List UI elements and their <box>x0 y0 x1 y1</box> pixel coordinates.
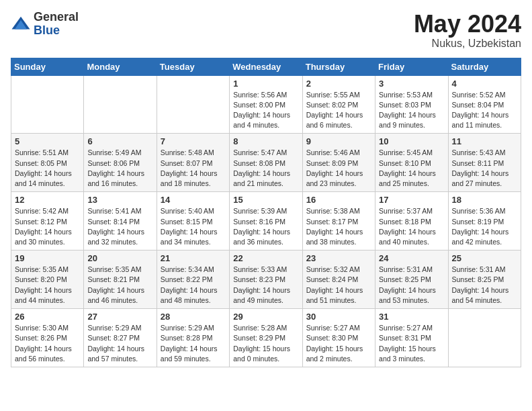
day-number: 2 <box>306 79 371 89</box>
calendar-cell: 29Sunrise: 5:28 AM Sunset: 8:29 PM Dayli… <box>230 309 302 367</box>
calendar-table: SundayMondayTuesdayWednesdayThursdayFrid… <box>11 58 521 367</box>
day-info: Sunrise: 5:33 AM Sunset: 8:23 PM Dayligh… <box>233 265 298 306</box>
day-number: 29 <box>233 312 298 322</box>
calendar-cell: 24Sunrise: 5:31 AM Sunset: 8:25 PM Dayli… <box>375 250 448 309</box>
day-number: 15 <box>233 195 298 205</box>
weekday-header-monday: Monday <box>84 58 157 75</box>
calendar-week-row: 12Sunrise: 5:42 AM Sunset: 8:12 PM Dayli… <box>11 192 521 250</box>
day-info: Sunrise: 5:47 AM Sunset: 8:08 PM Dayligh… <box>233 148 298 189</box>
calendar-cell <box>448 309 521 367</box>
calendar-week-row: 19Sunrise: 5:35 AM Sunset: 8:20 PM Dayli… <box>11 250 521 309</box>
logo-general-text: General <box>34 11 79 24</box>
day-info: Sunrise: 5:27 AM Sunset: 8:31 PM Dayligh… <box>379 323 444 364</box>
day-info: Sunrise: 5:56 AM Sunset: 8:00 PM Dayligh… <box>233 90 298 131</box>
calendar-cell: 3Sunrise: 5:53 AM Sunset: 8:03 PM Daylig… <box>375 75 448 134</box>
day-number: 16 <box>306 195 371 205</box>
day-info: Sunrise: 5:29 AM Sunset: 8:27 PM Dayligh… <box>87 323 152 364</box>
day-number: 7 <box>161 136 226 146</box>
day-number: 26 <box>15 312 80 322</box>
day-number: 9 <box>306 136 371 146</box>
location-subtitle: Nukus, Uzbekistan <box>414 38 521 50</box>
calendar-cell: 28Sunrise: 5:29 AM Sunset: 8:28 PM Dayli… <box>157 309 229 367</box>
day-number: 31 <box>379 312 444 322</box>
weekday-header-wednesday: Wednesday <box>230 58 302 75</box>
day-number: 24 <box>379 253 444 263</box>
logo-icon <box>11 14 31 34</box>
day-info: Sunrise: 5:32 AM Sunset: 8:24 PM Dayligh… <box>306 265 371 306</box>
calendar-cell: 16Sunrise: 5:38 AM Sunset: 8:17 PM Dayli… <box>302 192 375 250</box>
day-number: 5 <box>15 136 80 146</box>
calendar-cell: 21Sunrise: 5:34 AM Sunset: 8:22 PM Dayli… <box>157 250 229 309</box>
day-number: 10 <box>379 136 444 146</box>
day-number: 1 <box>233 79 298 89</box>
day-number: 20 <box>87 253 152 263</box>
month-year-title: May 2024 <box>414 11 521 38</box>
calendar-cell: 25Sunrise: 5:31 AM Sunset: 8:25 PM Dayli… <box>448 250 521 309</box>
day-number: 27 <box>87 312 152 322</box>
calendar-cell: 23Sunrise: 5:32 AM Sunset: 8:24 PM Dayli… <box>302 250 375 309</box>
calendar-cell: 18Sunrise: 5:36 AM Sunset: 8:19 PM Dayli… <box>448 192 521 250</box>
calendar-cell: 12Sunrise: 5:42 AM Sunset: 8:12 PM Dayli… <box>11 192 84 250</box>
calendar-cell: 1Sunrise: 5:56 AM Sunset: 8:00 PM Daylig… <box>230 75 302 134</box>
calendar-cell: 14Sunrise: 5:40 AM Sunset: 8:15 PM Dayli… <box>157 192 229 250</box>
day-number: 17 <box>379 195 444 205</box>
calendar-cell: 19Sunrise: 5:35 AM Sunset: 8:20 PM Dayli… <box>11 250 84 309</box>
day-number: 13 <box>87 195 152 205</box>
day-info: Sunrise: 5:41 AM Sunset: 8:14 PM Dayligh… <box>87 206 152 247</box>
calendar-cell <box>84 75 157 134</box>
day-number: 23 <box>306 253 371 263</box>
calendar-cell: 2Sunrise: 5:55 AM Sunset: 8:02 PM Daylig… <box>302 75 375 134</box>
calendar-cell: 5Sunrise: 5:51 AM Sunset: 8:05 PM Daylig… <box>11 134 84 192</box>
day-number: 25 <box>452 253 517 263</box>
day-info: Sunrise: 5:30 AM Sunset: 8:26 PM Dayligh… <box>15 323 80 364</box>
calendar-cell: 6Sunrise: 5:49 AM Sunset: 8:06 PM Daylig… <box>84 134 157 192</box>
logo-blue-text: Blue <box>34 24 79 38</box>
calendar-cell <box>157 75 229 134</box>
logo-text: General Blue <box>34 11 79 38</box>
calendar-week-row: 26Sunrise: 5:30 AM Sunset: 8:26 PM Dayli… <box>11 309 521 367</box>
day-number: 19 <box>15 253 80 263</box>
day-info: Sunrise: 5:48 AM Sunset: 8:07 PM Dayligh… <box>161 148 226 189</box>
day-info: Sunrise: 5:34 AM Sunset: 8:22 PM Dayligh… <box>161 265 226 306</box>
weekday-header-saturday: Saturday <box>448 58 521 75</box>
day-info: Sunrise: 5:55 AM Sunset: 8:02 PM Dayligh… <box>306 90 371 131</box>
day-number: 14 <box>161 195 226 205</box>
day-number: 18 <box>452 195 517 205</box>
day-info: Sunrise: 5:36 AM Sunset: 8:19 PM Dayligh… <box>452 206 517 247</box>
day-number: 8 <box>233 136 298 146</box>
day-info: Sunrise: 5:40 AM Sunset: 8:15 PM Dayligh… <box>161 206 226 247</box>
weekday-header-friday: Friday <box>375 58 448 75</box>
day-info: Sunrise: 5:45 AM Sunset: 8:10 PM Dayligh… <box>379 148 444 189</box>
calendar-cell: 27Sunrise: 5:29 AM Sunset: 8:27 PM Dayli… <box>84 309 157 367</box>
weekday-header-row: SundayMondayTuesdayWednesdayThursdayFrid… <box>11 58 521 75</box>
day-info: Sunrise: 5:38 AM Sunset: 8:17 PM Dayligh… <box>306 206 371 247</box>
calendar-cell: 7Sunrise: 5:48 AM Sunset: 8:07 PM Daylig… <box>157 134 229 192</box>
day-info: Sunrise: 5:39 AM Sunset: 8:16 PM Dayligh… <box>233 206 298 247</box>
day-info: Sunrise: 5:28 AM Sunset: 8:29 PM Dayligh… <box>233 323 298 364</box>
day-number: 6 <box>87 136 152 146</box>
calendar-cell: 4Sunrise: 5:52 AM Sunset: 8:04 PM Daylig… <box>448 75 521 134</box>
day-number: 3 <box>379 79 444 89</box>
day-info: Sunrise: 5:42 AM Sunset: 8:12 PM Dayligh… <box>15 206 80 247</box>
day-number: 12 <box>15 195 80 205</box>
title-block: May 2024 Nukus, Uzbekistan <box>414 11 521 50</box>
calendar-cell <box>11 75 84 134</box>
calendar-cell: 17Sunrise: 5:37 AM Sunset: 8:18 PM Dayli… <box>375 192 448 250</box>
day-info: Sunrise: 5:27 AM Sunset: 8:30 PM Dayligh… <box>306 323 371 364</box>
calendar-week-row: 1Sunrise: 5:56 AM Sunset: 8:00 PM Daylig… <box>11 75 521 134</box>
day-info: Sunrise: 5:53 AM Sunset: 8:03 PM Dayligh… <box>379 90 444 131</box>
day-info: Sunrise: 5:35 AM Sunset: 8:21 PM Dayligh… <box>87 265 152 306</box>
weekday-header-sunday: Sunday <box>11 58 84 75</box>
logo: General Blue <box>11 11 79 38</box>
calendar-cell: 31Sunrise: 5:27 AM Sunset: 8:31 PM Dayli… <box>375 309 448 367</box>
day-info: Sunrise: 5:29 AM Sunset: 8:28 PM Dayligh… <box>161 323 226 364</box>
calendar-week-row: 5Sunrise: 5:51 AM Sunset: 8:05 PM Daylig… <box>11 134 521 192</box>
day-info: Sunrise: 5:31 AM Sunset: 8:25 PM Dayligh… <box>452 265 517 306</box>
day-info: Sunrise: 5:46 AM Sunset: 8:09 PM Dayligh… <box>306 148 371 189</box>
day-info: Sunrise: 5:43 AM Sunset: 8:11 PM Dayligh… <box>452 148 517 189</box>
weekday-header-thursday: Thursday <box>302 58 375 75</box>
calendar-cell: 10Sunrise: 5:45 AM Sunset: 8:10 PM Dayli… <box>375 134 448 192</box>
day-number: 4 <box>452 79 517 89</box>
day-info: Sunrise: 5:51 AM Sunset: 8:05 PM Dayligh… <box>15 148 80 189</box>
calendar-cell: 26Sunrise: 5:30 AM Sunset: 8:26 PM Dayli… <box>11 309 84 367</box>
